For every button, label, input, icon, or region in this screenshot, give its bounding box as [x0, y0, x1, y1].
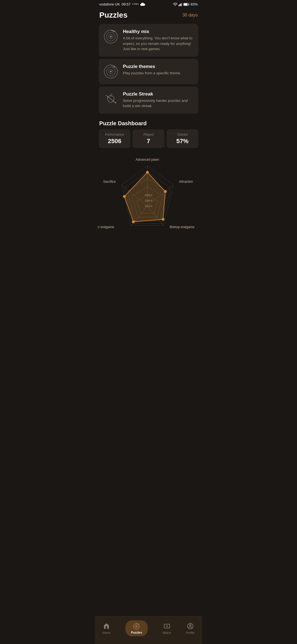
radar-label-topright: Attraction	[179, 180, 193, 184]
dashboard-title: Puzzle Dashboard	[95, 116, 202, 129]
healthy-mix-content: Healthy mix A bit of everything. You don…	[123, 29, 194, 52]
cloud-icon	[140, 3, 145, 6]
page-header: Puzzles 30 days	[95, 7, 202, 22]
played-label: Played	[135, 133, 161, 137]
battery-text: 83%	[191, 2, 198, 6]
performance-value: 2506	[101, 138, 128, 145]
battery-icon	[183, 3, 189, 6]
radar-svg: 2645.0 2283.0 1921.0	[98, 152, 197, 238]
puzzle-streak-title: Puzzle Streak	[123, 91, 194, 97]
healthy-mix-desc: A bit of everything. You don't know what…	[123, 36, 194, 52]
healthy-mix-icon	[103, 29, 119, 44]
solved-label: Solved	[169, 133, 196, 137]
status-bar: vodafone UK 09:57 0 KB/s 5	[95, 0, 202, 7]
puzzle-themes-title: Puzzle themes	[123, 64, 181, 69]
svg-rect-3	[181, 3, 182, 6]
healthy-mix-card[interactable]: Healthy mix A bit of everything. You don…	[99, 24, 198, 57]
wifi-icon: 5	[173, 3, 177, 6]
data-speed: 0 KB/s	[132, 3, 139, 6]
puzzle-streak-icon	[103, 91, 119, 107]
signal-icon	[178, 3, 182, 6]
radar-point-top	[146, 171, 149, 174]
radar-point-bottomright	[162, 218, 164, 221]
stat-performance: Performance 2506	[99, 129, 130, 148]
stat-solved: Solved 57%	[167, 129, 198, 148]
puzzle-themes-content: Puzzle themes Play puzzles from a specif…	[123, 64, 181, 76]
stat-played: Played 7	[133, 129, 164, 148]
svg-point-17	[110, 71, 112, 72]
radar-point-topright	[164, 190, 167, 193]
puzzle-themes-icon	[103, 64, 119, 79]
radar-point-topleft	[123, 195, 126, 198]
svg-rect-1	[178, 5, 179, 6]
healthy-mix-title: Healthy mix	[123, 29, 194, 34]
stats-row: Performance 2506 Played 7 Solved 57%	[95, 129, 202, 148]
performance-label: Performance	[101, 133, 128, 137]
time-text: 09:57	[122, 2, 131, 6]
page-title: Puzzles	[99, 11, 128, 20]
puzzle-themes-desc: Play puzzles from a specific theme.	[123, 70, 181, 76]
radar-label-topleft: Sacrifice	[103, 180, 116, 184]
svg-point-11	[110, 36, 112, 37]
radar-label-bottomleft: Pawn endgame	[98, 225, 114, 229]
carrier-text: vodafone UK	[99, 2, 120, 6]
status-right: 5 83%	[173, 2, 198, 6]
played-value: 7	[135, 138, 161, 145]
solved-value: 57%	[169, 138, 196, 145]
svg-rect-6	[189, 4, 189, 5]
days-badge: 30 days	[182, 13, 198, 18]
radar-label-bottomright: Bishop endgame	[170, 225, 194, 229]
radar-label-top: Advanced pawn	[136, 158, 159, 162]
puzzle-streak-desc: Solve progressively harder puzzles and b…	[123, 98, 194, 109]
puzzle-themes-card[interactable]: Puzzle themes Play puzzles from a specif…	[99, 59, 198, 84]
puzzle-streak-content: Puzzle Streak Solve progressively harder…	[123, 91, 194, 109]
radar-chart: 2645.0 2283.0 1921.0	[95, 152, 202, 238]
svg-rect-2	[180, 4, 180, 6]
puzzle-streak-card[interactable]: Puzzle Streak Solve progressively harder…	[99, 86, 198, 114]
status-left: vodafone UK 09:57 0 KB/s	[99, 2, 145, 6]
svg-rect-4	[182, 3, 182, 6]
svg-rect-7	[184, 3, 187, 5]
radar-point-bottomleft	[132, 220, 135, 223]
